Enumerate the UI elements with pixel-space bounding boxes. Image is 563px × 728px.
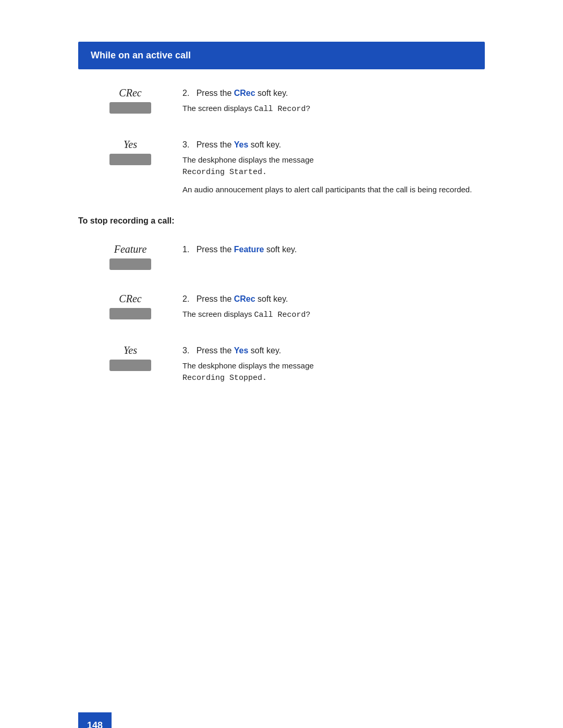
- step-row-crec-start: CRec 2. Press the CRec soft key. The scr…: [78, 85, 485, 116]
- soft-key-label-crec-stop: CRec: [119, 293, 141, 305]
- step-text-crec-stop: 2. Press the CRec soft key.: [182, 293, 485, 305]
- step-left-yes-start: Yes: [78, 137, 182, 165]
- step-suffix-crec-stop: soft key.: [258, 294, 288, 303]
- section-header-title: While on an active call: [91, 50, 191, 60]
- soft-key-name-crec-stop: CRec: [234, 294, 255, 303]
- step-prefix-crec-start: Press the: [197, 89, 234, 97]
- step-left-feature-stop: Feature: [78, 241, 182, 270]
- soft-key-button-feature-stop[interactable]: [109, 258, 151, 270]
- step-num-yes-start: 3.: [182, 140, 194, 149]
- section-header: While on an active call: [78, 42, 485, 69]
- step-detail-yes-stop: The deskphone displays the message Recor…: [182, 360, 485, 385]
- step-right-yes-start: 3. Press the Yes soft key. The deskphone…: [182, 137, 485, 196]
- soft-key-label-yes-stop: Yes: [124, 344, 137, 356]
- step-row-yes-stop: Yes 3. Press the Yes soft key. The deskp…: [78, 342, 485, 385]
- soft-key-button-crec-stop[interactable]: [109, 308, 151, 319]
- step-prefix-yes-start: Press the: [197, 140, 234, 149]
- soft-key-label-feature-stop: Feature: [114, 243, 147, 255]
- step-right-crec-stop: 2. Press the CRec soft key. The screen d…: [182, 291, 485, 322]
- page-number: 148: [87, 720, 103, 729]
- soft-key-name-crec-start: CRec: [234, 89, 255, 97]
- content-area: CRec 2. Press the CRec soft key. The scr…: [78, 69, 485, 385]
- step-detail-line1-yes-stop: The deskphone displays the message: [182, 361, 314, 370]
- step-detail-prefix-crec-start: The screen displays: [182, 104, 254, 113]
- step-detail-mono-crec-stop: Call Record?: [254, 311, 311, 319]
- step-text-feature-stop: 1. Press the Feature soft key.: [182, 243, 485, 256]
- step-num-feature-stop: 1.: [182, 245, 194, 254]
- step-suffix-yes-stop: soft key.: [251, 346, 281, 355]
- step-detail-mono-yes-stop: Recording Stopped.: [182, 374, 267, 382]
- page-container: While on an active call CRec 2. Press th…: [0, 42, 563, 728]
- step-row-crec-stop: CRec 2. Press the CRec soft key. The scr…: [78, 291, 485, 322]
- soft-key-name-yes-start: Yes: [234, 140, 249, 149]
- page-number-box: 148: [78, 712, 112, 728]
- soft-key-label-yes-start: Yes: [124, 139, 137, 151]
- step-prefix-yes-stop: Press the: [197, 346, 234, 355]
- step-suffix-feature-stop: soft key.: [266, 245, 297, 254]
- soft-key-label-crec-start: CRec: [119, 87, 141, 99]
- step-detail2-text-yes-start: An audio annoucement plays to alert call…: [182, 185, 472, 194]
- step-suffix-yes-start: soft key.: [251, 140, 281, 149]
- step-left-yes-stop: Yes: [78, 342, 182, 371]
- step-detail2-yes-start: An audio annoucement plays to alert call…: [182, 184, 485, 196]
- step-right-feature-stop: 1. Press the Feature soft key.: [182, 241, 485, 259]
- step-detail-yes-start: The deskphone displays the message Recor…: [182, 154, 485, 179]
- step-right-yes-stop: 3. Press the Yes soft key. The deskphone…: [182, 342, 485, 385]
- step-detail-mono-yes-start: Recording Started.: [182, 168, 267, 177]
- step-detail-crec-start: The screen displays Call Record?: [182, 103, 485, 116]
- step-num-yes-stop: 3.: [182, 346, 194, 355]
- step-text-yes-stop: 3. Press the Yes soft key.: [182, 344, 485, 357]
- step-text-crec-start: 2. Press the CRec soft key.: [182, 87, 485, 100]
- stop-recording-heading: To stop recording a call:: [78, 216, 485, 226]
- step-prefix-crec-stop: Press the: [197, 294, 234, 303]
- step-detail-line1-yes-start: The deskphone displays the message: [182, 155, 314, 164]
- step-right-crec-start: 2. Press the CRec soft key. The screen d…: [182, 85, 485, 116]
- step-num-crec-stop: 2.: [182, 294, 194, 303]
- soft-key-button-crec-start[interactable]: [109, 102, 151, 114]
- soft-key-name-feature-stop: Feature: [234, 245, 264, 254]
- step-left-crec-stop: CRec: [78, 291, 182, 319]
- step-detail-crec-stop: The screen displays Call Record?: [182, 309, 485, 322]
- step-left-crec-start: CRec: [78, 85, 182, 114]
- soft-key-button-yes-stop[interactable]: [109, 360, 151, 371]
- step-row-yes-start: Yes 3. Press the Yes soft key. The deskp…: [78, 137, 485, 196]
- step-row-feature-stop: Feature 1. Press the Feature soft key.: [78, 241, 485, 270]
- soft-key-name-yes-stop: Yes: [234, 346, 249, 355]
- step-detail-mono-crec-start: Call Record?: [254, 105, 311, 114]
- step-num-crec-start: 2.: [182, 89, 194, 97]
- step-text-yes-start: 3. Press the Yes soft key.: [182, 139, 485, 151]
- step-detail-prefix-crec-stop: The screen displays: [182, 310, 254, 318]
- step-suffix-crec-start: soft key.: [258, 89, 288, 97]
- soft-key-button-yes-start[interactable]: [109, 154, 151, 165]
- step-prefix-feature-stop: Press the: [197, 245, 234, 254]
